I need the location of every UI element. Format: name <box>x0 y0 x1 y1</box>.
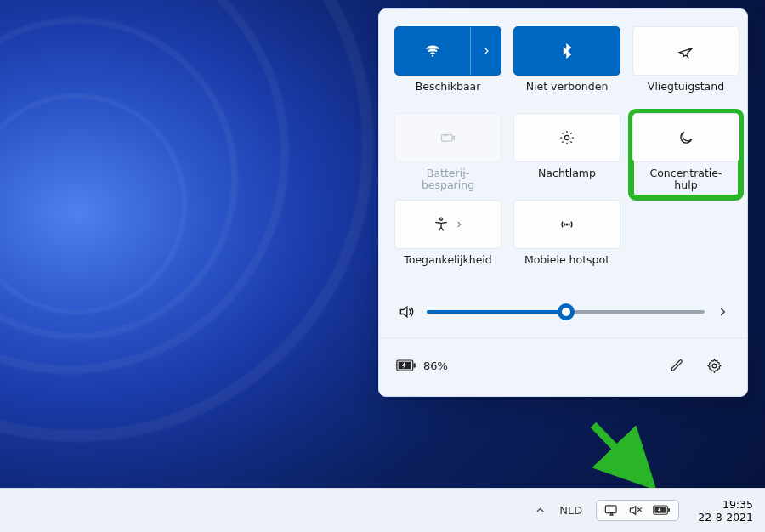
battery-percent: 86% <box>423 359 448 372</box>
bluetooth-label: Niet verbonden <box>526 81 609 110</box>
edit-button[interactable] <box>660 350 693 381</box>
battery-saver-tile[interactable] <box>394 113 502 162</box>
svg-point-5 <box>566 224 568 225</box>
focus-assist-tile[interactable] <box>632 113 740 162</box>
tray-overflow-button[interactable] <box>528 494 552 528</box>
volume-expand-button[interactable] <box>717 306 728 318</box>
chevron-right-icon <box>455 220 463 229</box>
taskbar: NLD 19:35 22-8-2021 <box>0 488 765 532</box>
volume-thumb[interactable] <box>558 303 575 320</box>
hotspot-icon <box>558 216 575 233</box>
panel-footer: 86% <box>379 337 747 396</box>
wifi-expand-button[interactable] <box>470 27 501 75</box>
language-text: NLD <box>559 504 582 517</box>
clock-date: 22-8-2021 <box>698 511 753 524</box>
focus-assist-tile-wrap: Concentratie- hulp <box>632 113 740 196</box>
system-tray[interactable] <box>589 494 686 528</box>
svg-rect-12 <box>668 508 670 512</box>
wifi-label: Beschikbaar <box>416 81 481 110</box>
speaker-icon[interactable] <box>398 303 415 320</box>
svg-rect-7 <box>414 363 416 367</box>
volume-row <box>379 290 747 337</box>
nightlight-tile[interactable] <box>513 113 620 162</box>
battery-saver-label: Batterij- besparing <box>422 167 474 196</box>
airplane-label: Vliegtuigstand <box>648 81 724 110</box>
nightlight-label: Nachtlamp <box>538 167 596 196</box>
wifi-tile[interactable] <box>394 26 502 76</box>
svg-rect-2 <box>453 137 455 139</box>
settings-button[interactable] <box>698 350 730 381</box>
battery-status[interactable]: 86% <box>396 359 448 372</box>
focus-assist-label: Concentratie- hulp <box>649 167 722 196</box>
language-indicator[interactable]: NLD <box>552 494 589 528</box>
accessibility-icon <box>433 216 450 233</box>
bluetooth-tile-wrap: Niet verbonden <box>513 26 620 110</box>
chevron-up-icon <box>535 505 546 516</box>
clock-time: 19:35 <box>698 498 753 511</box>
wifi-tile-wrap: Beschikbaar <box>394 26 502 110</box>
battery-icon <box>653 504 672 517</box>
svg-point-9 <box>712 364 717 368</box>
quick-settings-panel: Beschikbaar Niet verbonden Vliegtuigstan… <box>378 8 748 397</box>
svg-point-3 <box>564 135 569 139</box>
network-icon <box>604 503 620 518</box>
battery-saver-tile-wrap: Batterij- besparing <box>394 113 502 196</box>
svg-rect-1 <box>442 135 453 142</box>
brightness-icon <box>558 129 575 146</box>
bluetooth-icon <box>558 42 575 59</box>
airplane-tile[interactable] <box>632 26 740 76</box>
bluetooth-tile[interactable] <box>513 26 620 76</box>
accessibility-label: Toegankelijkheid <box>404 254 492 283</box>
volume-fill <box>427 310 566 314</box>
chevron-right-icon <box>481 46 491 56</box>
accessibility-tile-wrap: Toegankelijkheid <box>394 200 502 283</box>
pencil-icon <box>669 358 684 373</box>
speaker-muted-icon <box>628 503 644 518</box>
hotspot-label: Mobiele hotspot <box>524 254 609 283</box>
volume-slider[interactable] <box>427 304 705 320</box>
wifi-icon <box>424 42 441 59</box>
taskbar-clock[interactable]: 19:35 22-8-2021 <box>698 498 753 524</box>
hotspot-tile[interactable] <box>513 200 620 249</box>
hotspot-tile-wrap: Mobiele hotspot <box>513 200 620 283</box>
airplane-tile-wrap: Vliegtuigstand <box>632 26 740 110</box>
annotation-arrow <box>586 418 663 495</box>
svg-rect-10 <box>606 506 617 513</box>
gear-icon <box>706 358 722 374</box>
nightlight-tile-wrap: Nachtlamp <box>513 113 620 196</box>
battery-charging-icon <box>396 359 416 372</box>
panel-actions <box>660 350 730 381</box>
battery-saver-icon <box>439 129 456 146</box>
moon-icon <box>677 129 694 146</box>
quick-settings-grid: Beschikbaar Niet verbonden Vliegtuigstan… <box>379 9 747 290</box>
airplane-icon <box>677 42 694 59</box>
svg-point-4 <box>440 218 443 220</box>
accessibility-tile[interactable] <box>394 200 502 249</box>
svg-point-0 <box>432 55 434 57</box>
